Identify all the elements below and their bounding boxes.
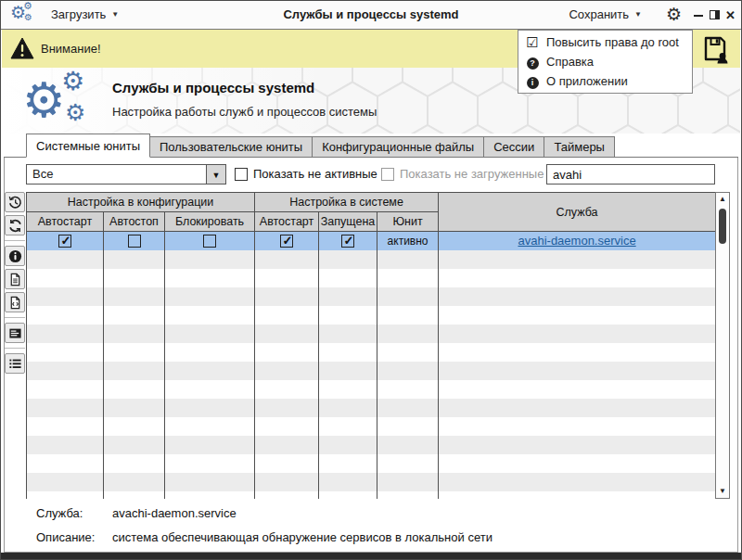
empty-cell [27, 325, 104, 343]
empty-cell [165, 343, 255, 362]
empty-cell [319, 250, 377, 269]
history-button[interactable] [5, 192, 25, 212]
column-header-3[interactable]: Автостарт [255, 212, 319, 232]
file-code-button[interactable] [5, 292, 25, 312]
empty-cell [165, 473, 255, 491]
description-detail-value: система обеспечивающая обнаружение серви… [112, 530, 493, 544]
empty-cell [27, 287, 104, 306]
column-header-2[interactable]: Блокировать [165, 212, 255, 232]
tab-system-units[interactable]: Системные юниты [26, 134, 150, 158]
checkbox-cell [27, 232, 104, 250]
empty-cell [104, 269, 165, 287]
column-header-5[interactable]: Юнит [377, 212, 439, 232]
cell-checkbox[interactable] [203, 235, 216, 248]
empty-cell [104, 491, 165, 500]
load-menu-button[interactable]: Загрузить▼ [51, 1, 119, 29]
empty-cell [377, 287, 439, 306]
service-row[interactable]: активноavahi-daemon.service [27, 232, 716, 250]
column-header-0[interactable]: Автостарт [27, 212, 104, 232]
settings-gear-button[interactable]: ⚙ [666, 4, 682, 26]
show-inactive-label[interactable]: Показать не активные [253, 164, 377, 185]
filter-combobox[interactable]: Все ▼ [26, 164, 226, 185]
close-button[interactable]: ✕ [724, 8, 736, 22]
combo-dropdown-button[interactable]: ▼ [206, 165, 225, 184]
info-button[interactable] [5, 246, 25, 266]
unit-status-cell: активно [377, 232, 439, 250]
empty-cell [439, 399, 715, 417]
tab-sessions[interactable]: Сессии [484, 136, 544, 158]
minimize-button[interactable] [693, 8, 705, 22]
list-icon [8, 357, 22, 371]
empty-table-row [27, 325, 716, 343]
empty-cell [255, 380, 319, 399]
list-button[interactable] [5, 353, 25, 374]
menu-item-about[interactable]: iО приложении [518, 71, 692, 91]
refresh-icon [8, 219, 22, 233]
cell-checkbox[interactable] [58, 235, 71, 248]
save-menu-button[interactable]: Сохранить▼ [569, 1, 642, 29]
warning-text: Внимание! [41, 30, 101, 68]
file-button[interactable] [5, 269, 25, 289]
empty-table-row [27, 306, 716, 325]
menu-item-help[interactable]: ?Справка [518, 52, 692, 71]
file-icon [8, 273, 22, 286]
empty-cell [27, 417, 104, 436]
tab-user-units[interactable]: Пользовательские юниты [150, 136, 313, 158]
empty-cell [319, 380, 377, 399]
page-title: Службы и процессы systemd [112, 80, 314, 95]
empty-cell [104, 362, 165, 380]
column-header-service[interactable]: Служба [439, 193, 715, 232]
tab-config-files[interactable]: Конфигурационные файлы [313, 136, 484, 158]
empty-cell [319, 269, 377, 287]
console-icon [8, 326, 22, 340]
empty-cell [104, 454, 165, 473]
empty-cell [255, 250, 319, 269]
empty-cell [165, 287, 255, 306]
chevron-down-icon: ▼ [111, 10, 119, 19]
empty-cell [377, 362, 439, 380]
empty-cell [439, 491, 715, 500]
empty-table-row [27, 399, 716, 417]
scrollbar-thumb[interactable] [719, 209, 726, 244]
empty-cell [255, 454, 319, 473]
console-button[interactable] [5, 323, 25, 343]
menu-item-elevate-root[interactable]: ☑Повысить права до root [518, 32, 692, 52]
empty-cell [104, 473, 165, 491]
empty-cell [377, 269, 439, 287]
column-header-1[interactable]: Автостоп [104, 212, 165, 232]
save-as-root-icon[interactable] [701, 34, 729, 64]
empty-cell [439, 287, 715, 306]
app-window: ⚙ ⚙ ⚙ Загрузить▼ Службы и процессы syste… [0, 0, 742, 560]
empty-cell [439, 417, 715, 436]
service-link[interactable]: avahi-daemon.service [518, 234, 635, 248]
scroll-down-arrow-icon[interactable]: ▼ [716, 485, 729, 498]
tab-timers[interactable]: Таймеры [544, 136, 615, 158]
empty-cell [104, 399, 165, 417]
empty-cell [377, 250, 439, 269]
table-scrollbar[interactable]: ▲ ▼ [715, 192, 730, 499]
gear-icon: ⚙ [61, 69, 84, 95]
maximize-button[interactable] [709, 8, 721, 22]
show-inactive-checkbox[interactable] [235, 168, 248, 181]
cell-checkbox[interactable] [280, 235, 293, 248]
question-circle-icon: ? [525, 55, 540, 70]
empty-cell [255, 343, 319, 362]
empty-cell [165, 306, 255, 325]
scroll-up-arrow-icon[interactable]: ▲ [716, 193, 729, 206]
refresh-button[interactable] [5, 215, 25, 235]
cell-checkbox[interactable] [128, 235, 141, 248]
empty-cell [439, 380, 715, 399]
empty-cell [439, 250, 715, 269]
column-header-4[interactable]: Запущена [319, 212, 377, 232]
empty-cell [439, 362, 715, 380]
search-input[interactable] [546, 164, 715, 185]
empty-cell [27, 399, 104, 417]
empty-cell [439, 436, 715, 454]
app-logo-icon: ⚙ ⚙ ⚙ [10, 3, 38, 27]
warning-icon [10, 37, 34, 59]
cell-checkbox[interactable] [341, 235, 354, 248]
empty-cell [27, 473, 104, 491]
toolbar-separator [5, 240, 25, 241]
empty-cell [319, 454, 377, 473]
empty-cell [377, 380, 439, 399]
